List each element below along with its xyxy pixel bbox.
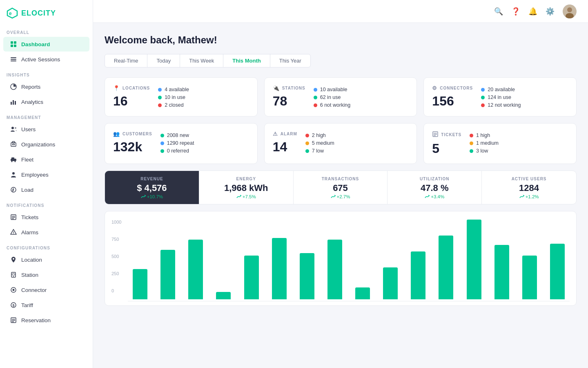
tab-this-week[interactable]: This Week [180,54,223,67]
bar-wrap [128,220,152,299]
tab-real-time[interactable]: Real-Time [105,54,147,67]
stat-cell-energy: ENERGY 1,968 kWh +7.5% [199,171,294,204]
svg-text:$: $ [13,303,15,307]
sidebar-item-tickets[interactable]: Tickets [3,210,89,224]
svg-rect-26 [12,216,15,217]
card-left-customers: 👥 CUSTOMERS 132k [113,131,152,155]
svg-point-22 [15,161,16,162]
card-right-connectors: 20 available 124 in use 12 not working [481,85,568,108]
logo: e ELOCITY [0,0,93,25]
card-right-stations: 10 available 62 in use 6 not working [314,85,409,108]
sidebar: e ELOCITY OVERALL Dashboard Active Sessi… [0,0,93,368]
svg-rect-2 [11,41,13,44]
tab-this-month[interactable]: This Month [223,54,270,67]
sidebar-item-users[interactable]: Users [3,122,89,137]
bar-wrap [490,220,514,299]
sidebar-label-users: Users [21,126,36,132]
sidebar-item-employees[interactable]: Employees [3,167,89,182]
chart-bar-11 [439,236,453,299]
card-stat: 5 medium [305,140,409,146]
card-value-customers: 132k [113,139,152,155]
sidebar-item-active-sessions[interactable]: Active Sessions [3,52,89,67]
card-stat: 1 medium [470,140,568,146]
stat-change-revenue: +10.7% [113,194,191,199]
tickets-icon [10,213,17,221]
stat-value-utilization: 47.8 % [396,183,473,193]
load-icon [10,186,17,193]
active-sessions-icon [10,56,17,63]
svg-rect-30 [13,233,13,234]
card-label-connectors: ⚙ CONNECTORS [432,85,473,91]
avatar[interactable] [563,4,577,18]
bar-wrap [434,220,458,299]
sidebar-item-organizations[interactable]: Organizations [3,137,89,152]
card-stat: 4 available [158,87,249,92]
sidebar-item-connector[interactable]: Connector [3,283,89,297]
card-label-customers: 👥 CUSTOMERS [113,131,152,137]
sidebar-item-analytics[interactable]: Analytics [3,94,89,109]
sidebar-section-insights: INSIGHTS [0,67,93,79]
card-left-tickets: TICKETS 5 [432,131,461,156]
svg-point-31 [13,258,14,260]
card-stat: 3 low [470,148,568,154]
sidebar-item-alarms[interactable]: Alarms [3,225,89,240]
card-icon-connectors: ⚙ [432,85,437,91]
svg-text:e: e [9,11,12,16]
card-left-stations: 🔌 STATIONS 78 [273,85,305,109]
card-locations: 📍 LOCATIONS 16 4 available 10 in use 2 c… [105,77,258,117]
card-label-alarm: ⚠ ALARM [273,131,297,137]
tab-today[interactable]: Today [147,54,180,67]
alarms-icon [10,229,17,236]
card-customers: 👥 CUSTOMERS 132k 2008 new 1290 repeat 0 … [105,123,258,164]
sidebar-label-dashboard: Dashboard [21,41,50,47]
stat-cell-active-users: ACTIVE USERS 1284 +1.2% [482,171,576,204]
sidebar-item-tariff[interactable]: $ Tariff [3,298,89,312]
chart-bar-8 [355,287,370,299]
sidebar-label-location: Location [21,257,42,263]
svg-point-34 [13,276,14,277]
chart-bar-6 [300,253,314,299]
card-stat: 12 not working [481,102,568,108]
sidebar-item-reservation[interactable]: Reservation [3,313,89,328]
svg-point-14 [15,127,16,129]
svg-rect-40 [12,319,15,320]
sidebar-item-location[interactable]: Location [3,252,89,267]
sidebar-section-management: MANAGEMENT [0,110,93,121]
tab-this-year[interactable]: This Year [270,54,310,67]
svg-rect-10 [11,102,12,105]
stat-dot [481,103,485,107]
stat-dot [481,96,485,99]
sidebar-item-load[interactable]: Load [3,182,89,197]
dashboard-icon [10,40,17,48]
chart-container: 10007505002500 [105,211,577,306]
sidebar-item-station[interactable]: Station [3,267,89,282]
stat-dot [160,141,164,145]
sidebar-label-connector: Connector [21,287,47,293]
sidebar-item-reports[interactable]: Reports [3,79,89,94]
chart-y-label: 500 [111,254,121,259]
chart-y-label: 0 [111,288,121,293]
card-stat: 10 in use [158,94,249,100]
svg-rect-16 [12,141,15,143]
bar-wrap [267,220,292,299]
reports-icon [10,83,17,90]
card-stat: 20 available [481,87,568,92]
svg-rect-49 [434,135,436,136]
svg-point-13 [11,127,14,129]
sidebar-item-dashboard[interactable]: Dashboard [3,37,89,52]
svg-rect-11 [13,100,14,105]
stat-dot [481,88,485,92]
station-icon [10,271,17,278]
stat-dot [158,96,162,99]
help-icon[interactable]: ❓ [511,7,520,16]
stats-bar: REVENUE $ 4,576 +10.7% ENERGY 1,968 kWh … [105,171,577,204]
chart-bar-7 [327,240,342,299]
card-stat: 6 not working [314,102,409,108]
notifications-icon[interactable]: 🔔 [528,7,537,16]
card-left-connectors: ⚙ CONNECTORS 156 [432,85,473,109]
settings-icon[interactable]: ⚙️ [546,7,555,16]
chart-y-label: 750 [111,237,121,242]
search-icon[interactable]: 🔍 [494,7,503,16]
sidebar-item-fleet[interactable]: Fleet [3,152,89,167]
sidebar-label-tickets: Tickets [21,214,38,220]
